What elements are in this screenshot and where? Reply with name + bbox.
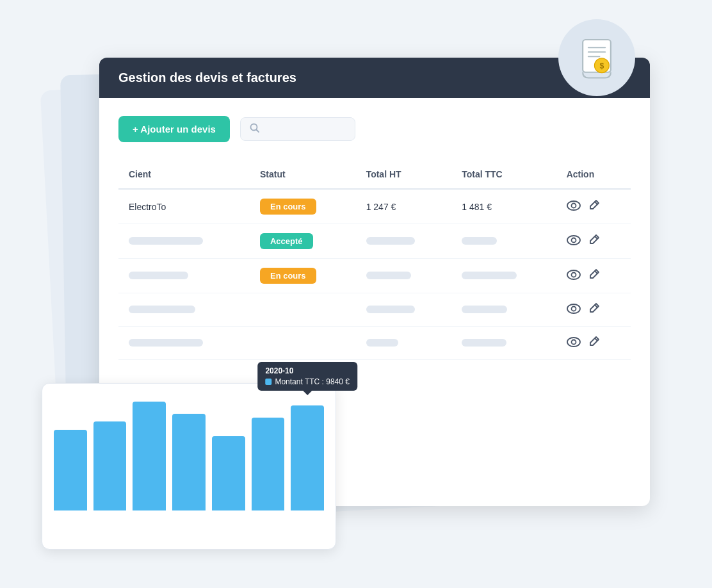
add-devis-button[interactable]: + Ajouter un devis (118, 116, 230, 142)
svg-point-14 (567, 270, 580, 279)
edit-icon[interactable] (588, 302, 600, 317)
cell-total-ttc (451, 327, 556, 360)
cell-total-ttc (451, 293, 556, 327)
chart-bar[interactable] (252, 418, 285, 510)
svg-text:$: $ (599, 61, 604, 70)
table-header-row: Cient Statut Total HT Total TTC Action (118, 160, 631, 189)
cell-action (556, 327, 631, 360)
chart-bar[interactable] (172, 414, 206, 510)
view-icon[interactable] (567, 268, 581, 283)
cell-statut: En cours (250, 189, 356, 224)
cell-total-ht (356, 327, 452, 360)
cell-total-ttc (451, 224, 556, 259)
table-row: En cours (118, 259, 631, 293)
main-table: Cient Statut Total HT Total TTC Action E… (118, 160, 631, 360)
cell-total-ht (356, 259, 452, 293)
svg-point-15 (571, 273, 576, 277)
main-content: + Ajouter un devis Cient Statut (99, 98, 650, 373)
col-client: Cient (118, 160, 250, 189)
cell-total-ht: 1 247 € (356, 189, 452, 224)
invoice-icon-circle: $ (558, 19, 635, 96)
table-row: Accepté (118, 224, 631, 259)
search-box (240, 117, 355, 141)
cell-action (556, 189, 631, 224)
svg-point-21 (571, 340, 576, 345)
cell-statut (250, 327, 356, 360)
table-row (118, 293, 631, 327)
table-row: ElectroToEn cours1 247 €1 481 € (118, 189, 631, 224)
cell-client: ElectroTo (118, 189, 250, 224)
edit-icon[interactable] (588, 268, 600, 283)
svg-point-17 (567, 304, 580, 313)
cell-client (118, 327, 250, 360)
chart-area: 2020-10Montant TTC : 9840 € (54, 395, 324, 510)
status-badge: En cours (260, 199, 316, 215)
table-wrap: Cient Statut Total HT Total TTC Action E… (118, 160, 631, 360)
cell-statut: Accepté (250, 224, 356, 259)
search-input[interactable] (265, 124, 342, 135)
cell-action (556, 259, 631, 293)
search-icon (250, 123, 260, 135)
cell-action (556, 224, 631, 259)
view-icon[interactable] (567, 336, 581, 350)
cell-statut: En cours (250, 259, 356, 293)
view-icon[interactable] (567, 234, 581, 249)
cell-total-ttc: 1 481 € (451, 189, 556, 224)
chart-bar[interactable] (93, 421, 127, 510)
svg-line-7 (256, 130, 259, 133)
col-action: Action (556, 160, 631, 189)
view-icon[interactable] (567, 302, 581, 317)
status-badge: Accepté (260, 233, 313, 249)
chart-card: 2020-10Montant TTC : 9840 € (42, 383, 336, 550)
svg-point-12 (571, 238, 576, 243)
toolbar: + Ajouter un devis (118, 116, 631, 142)
chart-bar[interactable]: 2020-10Montant TTC : 9840 € (291, 405, 324, 510)
edit-icon[interactable] (588, 336, 600, 350)
table-row (118, 327, 631, 360)
edit-icon[interactable] (588, 234, 600, 249)
chart-bar[interactable] (54, 430, 87, 510)
view-icon[interactable] (567, 199, 581, 214)
cell-client (118, 293, 250, 327)
cell-client (118, 259, 250, 293)
svg-point-20 (567, 338, 580, 347)
cell-statut (250, 293, 356, 327)
chart-bar[interactable] (212, 436, 245, 510)
chart-bar[interactable] (133, 402, 166, 510)
edit-icon[interactable] (588, 199, 600, 214)
status-badge: En cours (260, 268, 316, 284)
svg-point-11 (567, 236, 580, 245)
cell-total-ttc (451, 259, 556, 293)
svg-point-8 (567, 201, 580, 210)
svg-point-18 (571, 307, 576, 311)
col-statut: Statut (250, 160, 356, 189)
col-total-ht: Total HT (356, 160, 452, 189)
page-title: Gestion des devis et factures (118, 70, 296, 85)
svg-point-9 (571, 204, 576, 208)
cell-action (556, 293, 631, 327)
col-total-ttc: Total TTC (451, 160, 556, 189)
cell-total-ht (356, 293, 452, 327)
cell-client (118, 224, 250, 259)
cell-total-ht (356, 224, 452, 259)
